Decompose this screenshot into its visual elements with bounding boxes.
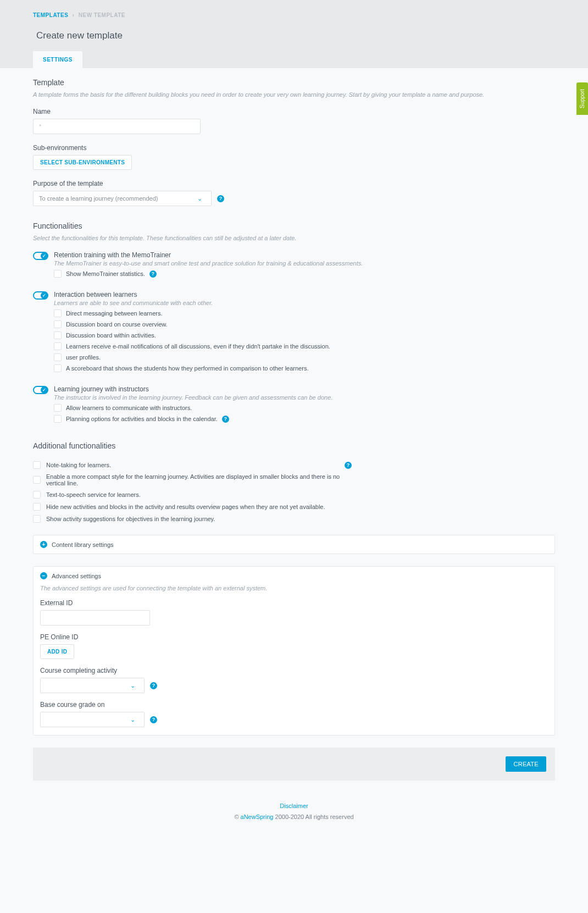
checkbox[interactable]: [54, 270, 62, 278]
cca-select[interactable]: ⌄: [40, 678, 145, 693]
toggle-switch[interactable]: [33, 386, 48, 394]
minus-icon: −: [40, 572, 47, 579]
func-desc: The MemoTrainer is easy-to-use and smart…: [54, 260, 555, 267]
checkbox[interactable]: [33, 503, 41, 511]
action-bar: CREATE: [33, 748, 555, 781]
section-addl-title: Additional functionalities: [33, 441, 555, 450]
sub-option-label: Show MemoTrainer statistics.: [66, 270, 145, 277]
advanced-title: Advanced settings: [52, 573, 101, 579]
basegrade-select[interactable]: ⌄: [40, 712, 145, 727]
select-subenv-button[interactable]: SELECT SUB-ENVIRONMENTS: [33, 155, 132, 170]
checkbox[interactable]: [54, 353, 62, 361]
func-desc: The instructor is involved in the learni…: [54, 394, 555, 401]
help-icon[interactable]: ?: [345, 462, 352, 469]
name-label: Name: [33, 108, 555, 115]
advanced-header[interactable]: − Advanced settings: [34, 567, 554, 585]
checkbox[interactable]: [33, 491, 41, 499]
purpose-value: To create a learning journey (recommende…: [39, 195, 193, 202]
checkbox[interactable]: [54, 364, 62, 372]
create-button[interactable]: CREATE: [506, 756, 546, 772]
brand-link[interactable]: aNewSpring: [241, 814, 274, 820]
toggle-switch[interactable]: [33, 291, 48, 300]
sub-option-label: Discussion board within activities.: [66, 332, 156, 339]
advanced-panel: − Advanced settings The advanced setting…: [33, 566, 555, 735]
checkbox[interactable]: [54, 309, 62, 317]
sub-option-label: Learners receive e-mail notifications of…: [66, 343, 330, 350]
purpose-select[interactable]: To create a learning journey (recommende…: [33, 191, 212, 206]
toggle-switch[interactable]: [33, 252, 48, 260]
content-library-title: Content library settings: [52, 541, 114, 548]
copyright-text: 2000-2020 All rights reserved: [273, 814, 353, 820]
page-title: Create new template: [33, 30, 555, 41]
checkbox[interactable]: [54, 415, 62, 423]
checkbox[interactable]: [54, 320, 62, 328]
sub-option-label: Direct messaging between learners.: [66, 310, 162, 317]
breadcrumb-root[interactable]: TEMPLATES: [33, 12, 68, 18]
content-library-panel: + Content library settings: [33, 535, 555, 554]
breadcrumb-sep: ›: [73, 12, 75, 18]
copyright-symbol: ©: [234, 814, 240, 820]
help-icon[interactable]: ?: [222, 416, 229, 423]
section-func-desc: Select the functionalities for this temp…: [33, 235, 555, 241]
checkbox[interactable]: [54, 342, 62, 350]
tab-settings[interactable]: SETTINGS: [33, 51, 82, 68]
addl-option-label: Text-to-speech service for learners.: [46, 491, 352, 498]
advanced-desc: The advanced settings are used for conne…: [40, 585, 548, 591]
func-title: Learning journey with instructors: [54, 385, 555, 393]
sub-option-label: Planning options for activities and bloc…: [66, 416, 218, 422]
breadcrumb-current: NEW TEMPLATE: [79, 12, 125, 18]
chevron-down-icon: ⌄: [126, 716, 138, 723]
addl-option-label: Note-taking for learners.: [46, 462, 339, 468]
basegrade-label: Base course grade on: [40, 701, 548, 709]
pe-online-label: PE Online ID: [40, 633, 548, 641]
addl-option-label: Enable a more compact style for the lear…: [46, 473, 352, 486]
checkbox[interactable]: [33, 515, 41, 523]
cca-label: Course completing activity: [40, 667, 548, 674]
footer: Disclaimer © aNewSpring 2000-2020 All ri…: [33, 781, 555, 837]
section-template-title: Template: [33, 78, 555, 87]
section-template-desc: A template forms the basis for the diffe…: [33, 91, 555, 98]
plus-icon: +: [40, 541, 47, 548]
content-library-header[interactable]: + Content library settings: [34, 535, 554, 554]
func-title: Interaction between learners: [54, 291, 555, 298]
checkbox[interactable]: [54, 404, 62, 412]
disclaimer-link[interactable]: Disclaimer: [280, 803, 308, 809]
add-id-button[interactable]: ADD ID: [40, 644, 74, 659]
help-icon[interactable]: ?: [217, 195, 224, 202]
help-icon[interactable]: ?: [150, 682, 157, 689]
sub-option-label: user profiles.: [66, 354, 101, 361]
chevron-down-icon: ⌄: [126, 682, 138, 689]
func-title: Retention training with the MemoTrainer: [54, 251, 555, 259]
help-icon[interactable]: ?: [150, 716, 157, 723]
subenv-label: Sub-environments: [33, 144, 555, 152]
external-id-input[interactable]: [40, 610, 150, 626]
sub-option-label: Discussion board on course overview.: [66, 321, 168, 328]
breadcrumb: TEMPLATES › NEW TEMPLATE: [33, 12, 555, 18]
external-id-label: External ID: [40, 599, 548, 607]
purpose-label: Purpose of the template: [33, 180, 555, 187]
sub-option-label: Allow learners to communicate with instr…: [66, 405, 192, 411]
name-input[interactable]: [33, 119, 201, 134]
checkbox[interactable]: [33, 461, 41, 469]
addl-option-label: Show activity suggestions for objectives…: [46, 516, 352, 522]
addl-option-label: Hide new activities and blocks in the ac…: [46, 503, 352, 510]
checkbox[interactable]: [54, 331, 62, 339]
checkbox[interactable]: [33, 476, 41, 484]
chevron-down-icon: ⌄: [193, 195, 206, 202]
section-func-title: Functionalities: [33, 222, 555, 230]
help-icon[interactable]: ?: [149, 270, 157, 278]
sub-option-label: A scoreboard that shows the students how…: [66, 365, 308, 372]
func-desc: Learners are able to see and communicate…: [54, 300, 555, 306]
support-tab[interactable]: Support: [576, 82, 588, 115]
